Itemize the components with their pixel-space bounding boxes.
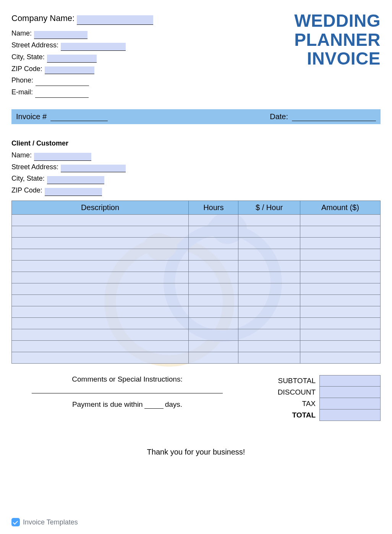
cell-description[interactable] <box>12 352 189 363</box>
invoice-number-label: Invoice # <box>16 112 47 121</box>
client-header: Client / Customer <box>11 138 381 149</box>
client-info: Client / Customer Name: Street Address: … <box>11 138 381 196</box>
phone-field[interactable] <box>36 78 89 86</box>
table-row <box>12 283 381 295</box>
client-name-label: Name: <box>11 150 32 161</box>
cell-hours[interactable] <box>189 317 238 329</box>
cell-description[interactable] <box>12 329 189 340</box>
cell-description[interactable] <box>12 340 189 352</box>
col-amount: Amount ($) <box>300 201 380 214</box>
cell-rate[interactable] <box>238 340 300 352</box>
street-field[interactable] <box>61 43 126 51</box>
city-field[interactable] <box>47 55 97 63</box>
cell-hours[interactable] <box>189 237 238 249</box>
phone-label: Phone: <box>11 75 33 86</box>
table-row <box>12 260 381 272</box>
cell-amount[interactable] <box>300 226 380 237</box>
cell-rate[interactable] <box>238 237 300 249</box>
tax-field[interactable] <box>319 398 381 409</box>
totals-block: SUBTOTAL DISCOUNT TAX TOTAL <box>258 375 381 421</box>
cell-amount[interactable] <box>300 283 380 295</box>
cell-description[interactable] <box>12 272 189 283</box>
cell-description[interactable] <box>12 249 189 260</box>
cell-description[interactable] <box>12 295 189 306</box>
cell-rate[interactable] <box>238 272 300 283</box>
table-row <box>12 226 381 237</box>
cell-amount[interactable] <box>300 340 380 352</box>
table-row <box>12 272 381 283</box>
table-row <box>12 317 381 329</box>
total-field[interactable] <box>319 409 381 421</box>
cell-amount[interactable] <box>300 272 380 283</box>
name-field[interactable] <box>34 31 87 39</box>
table-row <box>12 249 381 260</box>
cell-description[interactable] <box>12 306 189 317</box>
subtotal-label: SUBTOTAL <box>258 375 319 387</box>
company-name-label: Company Name: <box>11 11 75 25</box>
cell-description[interactable] <box>12 226 189 237</box>
cell-hours[interactable] <box>189 329 238 340</box>
cell-rate[interactable] <box>238 306 300 317</box>
cell-hours[interactable] <box>189 272 238 283</box>
cell-description[interactable] <box>12 214 189 226</box>
invoice-number-field[interactable] <box>50 112 108 121</box>
table-row <box>12 352 381 363</box>
comments-field[interactable] <box>32 386 223 393</box>
date-field[interactable] <box>292 112 376 121</box>
cell-hours[interactable] <box>189 306 238 317</box>
tax-label: TAX <box>258 398 319 409</box>
cell-amount[interactable] <box>300 317 380 329</box>
cell-rate[interactable] <box>238 214 300 226</box>
document-title: WEDDING PLANNER INVOICE <box>294 11 381 68</box>
discount-field[interactable] <box>319 387 381 398</box>
client-name-field[interactable] <box>34 153 91 161</box>
comments-label: Comments or Special Instructions: <box>11 375 243 384</box>
cell-amount[interactable] <box>300 352 380 363</box>
table-row <box>12 214 381 226</box>
payment-days-field[interactable] <box>144 401 164 409</box>
total-label: TOTAL <box>258 409 319 421</box>
table-row <box>12 306 381 317</box>
cell-amount[interactable] <box>300 329 380 340</box>
cell-amount[interactable] <box>300 306 380 317</box>
cell-description[interactable] <box>12 317 189 329</box>
company-name-field[interactable] <box>77 15 153 25</box>
client-zip-field[interactable] <box>45 188 102 196</box>
cell-amount[interactable] <box>300 249 380 260</box>
cell-amount[interactable] <box>300 214 380 226</box>
cell-amount[interactable] <box>300 260 380 272</box>
cell-description[interactable] <box>12 260 189 272</box>
cell-description[interactable] <box>12 237 189 249</box>
col-rate: $ / Hour <box>238 201 300 214</box>
cell-hours[interactable] <box>189 283 238 295</box>
cell-amount[interactable] <box>300 237 380 249</box>
table-row <box>12 237 381 249</box>
subtotal-field[interactable] <box>319 375 381 387</box>
client-street-field[interactable] <box>61 165 126 173</box>
cell-rate[interactable] <box>238 283 300 295</box>
cell-hours[interactable] <box>189 340 238 352</box>
cell-description[interactable] <box>12 283 189 295</box>
title-line-2: PLANNER <box>294 31 381 50</box>
cell-rate[interactable] <box>238 329 300 340</box>
discount-label: DISCOUNT <box>258 387 319 398</box>
cell-hours[interactable] <box>189 214 238 226</box>
footer-brand: Invoice Templates <box>11 518 78 526</box>
cell-hours[interactable] <box>189 260 238 272</box>
zip-field[interactable] <box>45 66 94 74</box>
cell-hours[interactable] <box>189 249 238 260</box>
cell-rate[interactable] <box>238 317 300 329</box>
client-city-field[interactable] <box>47 176 104 184</box>
table-row <box>12 329 381 340</box>
cell-amount[interactable] <box>300 295 380 306</box>
cell-rate[interactable] <box>238 260 300 272</box>
email-field[interactable] <box>35 90 89 98</box>
cell-hours[interactable] <box>189 352 238 363</box>
cell-hours[interactable] <box>189 226 238 237</box>
cell-rate[interactable] <box>238 226 300 237</box>
cell-rate[interactable] <box>238 352 300 363</box>
cell-rate[interactable] <box>238 249 300 260</box>
cell-rate[interactable] <box>238 295 300 306</box>
table-row <box>12 340 381 352</box>
cell-hours[interactable] <box>189 295 238 306</box>
